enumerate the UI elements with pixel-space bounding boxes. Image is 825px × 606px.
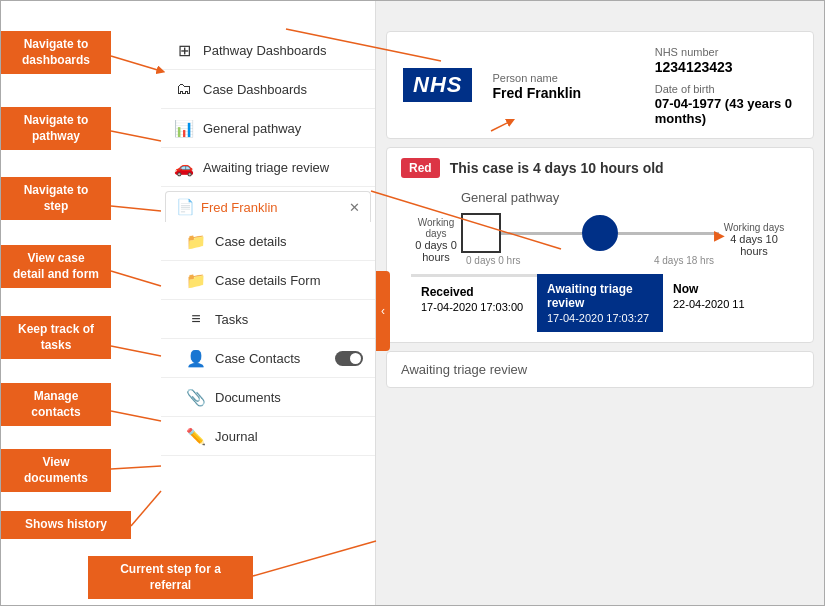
case-details-form-icon: 📁: [185, 269, 207, 291]
alert-text: This case is 4 days 10 hours old: [450, 160, 664, 176]
wdays-left-label: Working days: [411, 217, 461, 239]
svg-line-7: [131, 491, 161, 526]
timeline-start-box: [461, 213, 501, 253]
label-documents: View documents: [1, 449, 111, 492]
person-name-label: Person name Fred Franklin: [492, 70, 634, 101]
received-box: Received 17-04-2020 17:03:00: [411, 274, 537, 332]
label-step: Navigate to step: [1, 177, 111, 220]
wdays-right-value: 4 days 10 hours: [719, 233, 789, 257]
svg-line-2: [111, 206, 161, 211]
svg-line-4: [111, 346, 161, 356]
demographics-details-right: NHS number 1234123423 Date of birth 07-0…: [655, 44, 797, 126]
case-alert-card: Red This case is 4 days 10 hours old Gen…: [386, 147, 814, 343]
svg-line-6: [111, 466, 161, 469]
bottom-section: Awaiting triage review: [386, 351, 814, 388]
nhs-logo: NHS: [403, 68, 472, 102]
nav-pathway-dashboards[interactable]: ⊞ Pathway Dashboards: [161, 31, 375, 70]
active-step-box: Awaiting triage review 17-04-2020 17:03:…: [537, 274, 663, 332]
tab-document-icon: 📄: [176, 198, 195, 216]
now-box: Now 22-04-2020 11: [663, 274, 789, 332]
awaiting-triage-icon: 🚗: [173, 156, 195, 178]
chevron-left-icon: ‹: [381, 304, 385, 318]
hrs-right-label: 4 days 18 hrs: [654, 255, 714, 266]
documents-icon: 📎: [185, 386, 207, 408]
label-pathway: Navigate to pathway: [1, 107, 111, 150]
nav-case-details[interactable]: 📁 Case details: [161, 222, 375, 261]
red-badge: Red: [401, 158, 440, 178]
contacts-toggle[interactable]: [335, 351, 363, 366]
timeline-dates-row: Received 17-04-2020 17:03:00 Awaiting tr…: [411, 274, 789, 332]
svg-line-1: [111, 131, 161, 141]
demographics-details: Person name Fred Franklin: [492, 70, 634, 101]
timeline-line-left: [501, 232, 582, 235]
nav-tasks[interactable]: ≡ Tasks: [161, 300, 375, 339]
nav-menu: ⊞ Pathway Dashboards 🗂 Case Dashboards 📊…: [161, 1, 376, 606]
collapse-panel-bar[interactable]: ‹: [376, 271, 390, 351]
wdays-right-label: Working days: [719, 222, 789, 233]
nav-tab-fred-franklin[interactable]: 📄 Fred Franklin ✕: [165, 191, 371, 222]
case-details-icon: 📁: [185, 230, 207, 252]
nav-journal[interactable]: ✏️ Journal: [161, 417, 375, 456]
nav-awaiting-triage[interactable]: 🚗 Awaiting triage review: [161, 148, 375, 187]
alert-row: Red This case is 4 days 10 hours old: [401, 158, 799, 178]
dob-block: Date of birth 07-04-1977 (43 years 0 mon…: [655, 81, 797, 126]
timeline-line-right: ▶: [618, 232, 719, 235]
hrs-left-label: 0 days 0 hrs: [466, 255, 520, 266]
pathway-arrow-icon: ▶: [714, 227, 725, 243]
label-contacts: Manage contacts: [1, 383, 111, 426]
label-history: Shows history: [1, 511, 131, 539]
close-tab-button[interactable]: ✕: [349, 200, 360, 215]
label-current-step: Current step for a referral: [88, 556, 253, 599]
timeline-current-dot: [582, 215, 618, 251]
svg-line-3: [111, 271, 161, 286]
nav-documents[interactable]: 📎 Documents: [161, 378, 375, 417]
label-case-detail: View case detail and form: [1, 245, 111, 288]
nav-general-pathway[interactable]: 📊 General pathway: [161, 109, 375, 148]
journal-icon: ✏️: [185, 425, 207, 447]
nav-case-details-form[interactable]: 📁 Case details Form: [161, 261, 375, 300]
label-tasks: Keep track of tasks: [1, 316, 111, 359]
tasks-icon: ≡: [185, 308, 207, 330]
nav-case-contacts[interactable]: 👤 Case Contacts: [161, 339, 375, 378]
right-panel: NHS Person name Fred Franklin NHS number…: [376, 1, 824, 606]
general-pathway-icon: 📊: [173, 117, 195, 139]
pathway-title: General pathway: [401, 190, 799, 205]
pathway-dashboards-icon: ⊞: [173, 39, 195, 61]
case-dashboards-icon: 🗂: [173, 78, 195, 100]
nav-case-dashboards[interactable]: 🗂 Case Dashboards: [161, 70, 375, 109]
demographics-card: NHS Person name Fred Franklin NHS number…: [386, 31, 814, 139]
svg-line-0: [111, 56, 161, 71]
label-dashboards: Navigate to dashboards: [1, 31, 111, 74]
wdays-left-value: 0 days 0 hours: [411, 239, 461, 263]
nhs-number-block: NHS number 1234123423: [655, 44, 797, 75]
svg-line-5: [111, 411, 161, 421]
case-contacts-icon: 👤: [185, 347, 207, 369]
